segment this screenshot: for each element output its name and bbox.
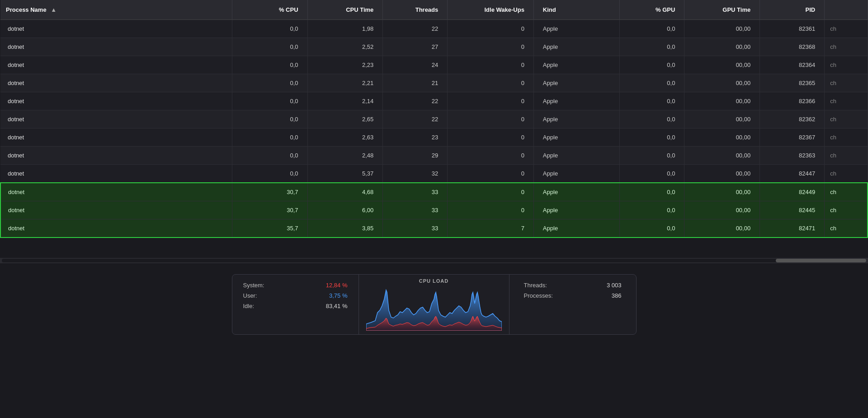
table-cell: 23 (383, 128, 448, 147)
user-value: 3,75 % (329, 292, 347, 299)
table-cell: 0,0 (232, 38, 307, 56)
table-cell: 0 (448, 128, 534, 147)
table-row[interactable]: dotnet35,73,85337Apple0,000,0082471ch (0, 219, 868, 238)
table-cell: 00,00 (684, 219, 760, 238)
table-cell: 6,00 (307, 201, 383, 219)
sort-arrow-icon: ▲ (51, 6, 57, 13)
table-cell: dotnet (0, 74, 232, 92)
table-cell: Apple (533, 110, 620, 128)
table-cell: dotnet (0, 92, 232, 110)
table-cell: ch (825, 38, 868, 56)
table-cell: 82362 (760, 110, 825, 128)
table-cell: 21 (383, 74, 448, 92)
col-header-cpu-time[interactable]: CPU Time (307, 0, 383, 20)
cpu-load-title: CPU LOAD (366, 278, 502, 284)
processes-stat-row: Processes: 386 (524, 292, 622, 299)
table-cell: ch (825, 110, 868, 128)
table-cell: Apple (533, 38, 620, 56)
table-cell: 22 (383, 92, 448, 110)
table-row[interactable]: dotnet30,76,00330Apple0,000,0082445ch (0, 201, 868, 219)
table-row[interactable]: dotnet0,05,37320Apple0,000,0082447ch (0, 165, 868, 183)
table-cell: Apple (533, 74, 620, 92)
col-header-extra (825, 0, 868, 20)
table-cell: 0 (448, 38, 534, 56)
table-cell: 00,00 (684, 20, 760, 38)
scrollbar-track[interactable] (2, 259, 866, 262)
col-header-pid[interactable]: PID (760, 0, 825, 20)
table-cell: ch (825, 147, 868, 165)
col-header-idle-wakeups[interactable]: Idle Wake-Ups (448, 0, 534, 20)
table-cell: dotnet (0, 38, 232, 56)
col-header-kind[interactable]: Kind (533, 0, 620, 20)
table-cell: 27 (383, 38, 448, 56)
table-cell: 2,52 (307, 38, 383, 56)
col-header-threads[interactable]: Threads (383, 0, 448, 20)
table-cell: 82449 (760, 183, 825, 201)
table-row[interactable]: dotnet0,02,14220Apple0,000,0082366ch (0, 92, 868, 110)
idle-label: Idle: (243, 303, 255, 309)
table-cell: 2,23 (307, 56, 383, 74)
table-cell: 0,0 (620, 183, 684, 201)
table-cell: 22 (383, 20, 448, 38)
table-row[interactable]: dotnet0,02,52270Apple0,000,0082368ch (0, 38, 868, 56)
table-cell: 0 (448, 20, 534, 38)
table-cell: 82366 (760, 92, 825, 110)
table-row[interactable]: dotnet0,02,65220Apple0,000,0082362ch (0, 110, 868, 128)
process-table: Process Name ▲ % CPU CPU Time Threads Id… (0, 0, 868, 238)
scrollbar-thumb[interactable] (776, 259, 866, 262)
table-cell: ch (825, 183, 868, 201)
cpu-stats-right: Threads: 3 003 Processes: 386 (509, 275, 636, 334)
table-cell: 0,0 (232, 128, 307, 147)
table-cell: 0,0 (232, 147, 307, 165)
idle-value: 83,41 % (326, 303, 348, 309)
threads-stat-row: Threads: 3 003 (524, 282, 622, 289)
table-cell: Apple (533, 183, 620, 201)
table-cell: dotnet (0, 201, 232, 219)
stats-section: System: 12,84 % User: 3,75 % Idle: 83,41… (0, 263, 868, 346)
table-cell: 00,00 (684, 56, 760, 74)
table-cell: 0 (448, 110, 534, 128)
table-cell: ch (825, 56, 868, 74)
table-cell: dotnet (0, 128, 232, 147)
table-cell: 82365 (760, 74, 825, 92)
table-cell: 3,85 (307, 219, 383, 238)
table-cell: 33 (383, 201, 448, 219)
table-cell: Apple (533, 56, 620, 74)
table-row[interactable]: dotnet0,01,98220Apple0,000,0082361ch (0, 20, 868, 38)
user-stat-row: User: 3,75 % (243, 292, 348, 299)
table-cell: 0,0 (232, 92, 307, 110)
table-row[interactable]: dotnet0,02,23240Apple0,000,0082364ch (0, 56, 868, 74)
table-row[interactable]: dotnet0,02,21210Apple0,000,0082365ch (0, 74, 868, 92)
table-cell: Apple (533, 201, 620, 219)
table-cell: 0 (448, 92, 534, 110)
system-label: System: (243, 282, 264, 289)
table-cell: dotnet (0, 56, 232, 74)
processes-value: 386 (612, 292, 622, 299)
table-cell: 00,00 (684, 147, 760, 165)
table-cell: 0,0 (232, 110, 307, 128)
table-cell: 30,7 (232, 183, 307, 201)
col-header-gpu-time[interactable]: GPU Time (684, 0, 760, 20)
table-row[interactable]: dotnet0,02,63230Apple0,000,0082367ch (0, 128, 868, 147)
table-cell: 0,0 (620, 201, 684, 219)
table-cell: 0,0 (620, 165, 684, 183)
table-cell: 7 (448, 219, 534, 238)
process-table-container: Process Name ▲ % CPU CPU Time Threads Id… (0, 0, 868, 258)
table-cell: Apple (533, 219, 620, 238)
cpu-load-chart (366, 285, 502, 331)
table-cell: 00,00 (684, 92, 760, 110)
horizontal-scrollbar[interactable] (0, 258, 868, 263)
col-header-cpu-pct[interactable]: % CPU (232, 0, 307, 20)
table-cell: 00,00 (684, 128, 760, 147)
col-header-process-name[interactable]: Process Name ▲ (0, 0, 232, 20)
table-cell: 1,98 (307, 20, 383, 38)
table-cell: dotnet (0, 110, 232, 128)
col-header-gpu-pct[interactable]: % GPU (620, 0, 684, 20)
table-cell: 82447 (760, 165, 825, 183)
table-row[interactable]: dotnet30,74,68330Apple0,000,0082449ch (0, 183, 868, 201)
table-cell: 0 (448, 56, 534, 74)
table-row[interactable]: dotnet0,02,48290Apple0,000,0082363ch (0, 147, 868, 165)
table-cell: 00,00 (684, 38, 760, 56)
table-cell: 2,48 (307, 147, 383, 165)
table-cell: 0 (448, 183, 534, 201)
